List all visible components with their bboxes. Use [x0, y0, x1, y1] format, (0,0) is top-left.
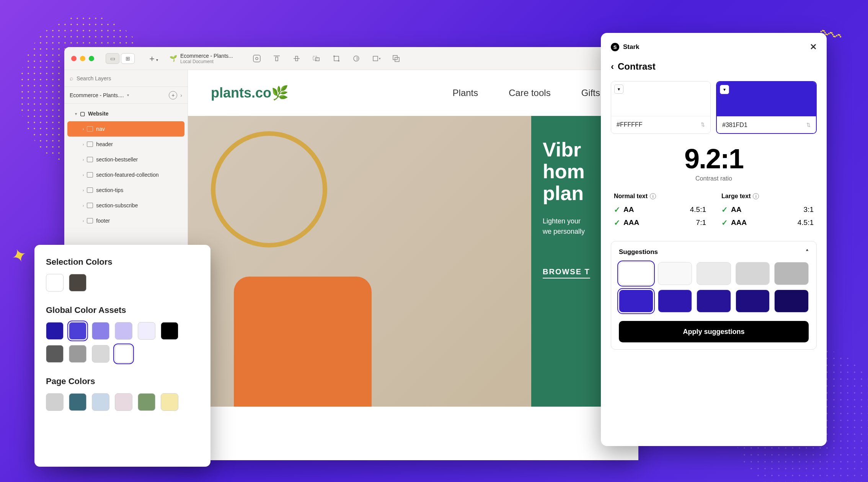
- view-mode-canvas[interactable]: ▭: [106, 53, 119, 64]
- resize-tool-icon[interactable]: ▾: [372, 54, 381, 63]
- color-swatch[interactable]: [46, 393, 64, 411]
- chevron-up-icon[interactable]: ˄: [806, 249, 809, 256]
- align-middle-icon[interactable]: [292, 54, 301, 63]
- foreground-hex: #FFFFFF: [617, 121, 643, 128]
- shape-tool-icon[interactable]: [252, 54, 261, 63]
- color-swatch[interactable]: [115, 322, 132, 340]
- align-top-icon[interactable]: [272, 54, 281, 63]
- stark-plugin-panel: S Stark ✕ ‹ Contrast ▾ #FFFFFF⇅ ▾ #381FD…: [601, 33, 827, 446]
- maximize-window-button[interactable]: [89, 56, 94, 61]
- apply-suggestions-button[interactable]: Apply suggestions: [619, 321, 809, 342]
- close-panel-button[interactable]: ✕: [810, 42, 817, 52]
- color-swatch[interactable]: [92, 393, 109, 411]
- contrast-ratio-value: 9.2:1: [611, 143, 817, 174]
- suggestion-swatch[interactable]: [774, 262, 809, 285]
- stepper-icon[interactable]: ⇅: [806, 122, 811, 128]
- layer-section-bestseller[interactable]: ›section-bestseller: [64, 152, 188, 167]
- suggestion-swatch[interactable]: [658, 290, 692, 313]
- layer-website[interactable]: ▾▢Website: [64, 106, 188, 121]
- transform-icon[interactable]: [332, 54, 341, 63]
- plant-emoji-icon: 🌱: [170, 55, 177, 62]
- design-canvas[interactable]: plants.co🌿 Plants Care tools Gifts Vibr …: [188, 70, 638, 460]
- normal-text-label: Normal text: [614, 193, 648, 200]
- hero-preview: Vibr hom plan Lighten your we personally…: [188, 116, 638, 407]
- color-swatch[interactable]: [115, 345, 132, 363]
- color-swatch[interactable]: [69, 274, 86, 291]
- layer-nav[interactable]: ›nav: [67, 121, 184, 137]
- suggestion-swatch[interactable]: [736, 262, 770, 285]
- color-swatch[interactable]: [92, 322, 109, 340]
- layer-footer[interactable]: ›footer: [64, 213, 188, 228]
- group-icon[interactable]: [312, 54, 321, 63]
- suggestion-swatch[interactable]: [774, 290, 809, 313]
- layer-section-tips[interactable]: ›section-tips: [64, 182, 188, 198]
- svg-rect-8: [334, 56, 339, 61]
- chevron-down-icon[interactable]: ▾: [720, 85, 729, 94]
- background-hex: #381FD1: [722, 122, 747, 129]
- check-icon: ✓: [721, 218, 728, 227]
- site-nav-preview: plants.co🌿 Plants Care tools Gifts: [188, 70, 638, 116]
- info-icon[interactable]: i: [650, 193, 656, 199]
- minimize-window-button[interactable]: [80, 56, 85, 61]
- selection-colors-title: Selection Colors: [46, 257, 199, 267]
- folder-icon: [87, 157, 93, 162]
- color-swatch[interactable]: [161, 322, 178, 340]
- folder-icon: [87, 187, 93, 193]
- suggestion-swatch[interactable]: [697, 262, 731, 285]
- suggestion-swatch[interactable]: [619, 290, 653, 313]
- color-swatch[interactable]: [46, 274, 64, 291]
- foreground-color-card[interactable]: ▾ #FFFFFF⇅: [611, 81, 711, 134]
- document-subtitle: Local Document: [180, 59, 233, 64]
- suggestion-swatch[interactable]: [619, 262, 653, 285]
- color-swatch[interactable]: [69, 393, 86, 411]
- mask-icon[interactable]: [352, 54, 361, 63]
- suggestion-swatch[interactable]: [697, 290, 731, 313]
- color-swatch[interactable]: [92, 345, 109, 363]
- close-window-button[interactable]: [71, 56, 77, 61]
- background-color-card[interactable]: ▾ #381FD1⇅: [716, 81, 817, 134]
- info-icon[interactable]: i: [753, 193, 759, 199]
- folder-icon: [87, 126, 93, 132]
- insert-button[interactable]: ＋▾: [148, 53, 158, 64]
- document-name: Ecommerce - Plants...: [180, 53, 233, 59]
- colors-inspector-panel: Selection Colors Global Color Assets Pag…: [34, 245, 210, 467]
- layer-header[interactable]: ›header: [64, 137, 188, 152]
- chevron-right-icon: ›: [180, 92, 182, 98]
- artboard-icon: ▢: [80, 111, 85, 117]
- color-swatch[interactable]: [115, 393, 132, 411]
- stepper-icon[interactable]: ⇅: [701, 122, 705, 127]
- stark-brand: Stark: [623, 43, 640, 51]
- suggestion-swatch[interactable]: [658, 262, 692, 285]
- svg-rect-3: [276, 57, 278, 61]
- color-swatch[interactable]: [138, 393, 155, 411]
- svg-rect-6: [313, 56, 317, 60]
- contrast-ratio-label: Contrast ratio: [611, 175, 817, 182]
- search-layers-input[interactable]: [77, 75, 182, 81]
- color-swatch[interactable]: [69, 322, 86, 340]
- boolean-icon[interactable]: [392, 54, 401, 63]
- check-icon: ✓: [614, 218, 620, 227]
- layer-section-featured[interactable]: ›section-featured-collection: [64, 167, 188, 182]
- view-mode-components[interactable]: ⊞: [121, 53, 135, 64]
- check-icon: ✓: [721, 205, 728, 214]
- chevron-down-icon[interactable]: ▾: [614, 85, 623, 94]
- hero-image: [188, 116, 531, 407]
- color-swatch[interactable]: [161, 393, 178, 411]
- back-to-main-button[interactable]: ‹ Contrast: [611, 61, 817, 72]
- svg-rect-7: [315, 58, 319, 61]
- nav-link-plants: Plants: [453, 88, 478, 98]
- add-page-button[interactable]: +: [169, 91, 177, 99]
- svg-rect-12: [373, 56, 378, 61]
- window-controls: [71, 56, 94, 61]
- color-swatch[interactable]: [69, 345, 86, 363]
- layer-section-subscribe[interactable]: ›section-subscribe: [64, 198, 188, 213]
- suggestion-swatch[interactable]: [736, 290, 770, 313]
- color-swatch[interactable]: [138, 322, 155, 340]
- suggestions-label: Suggestions: [619, 248, 658, 256]
- decorative-scribble: ✦: [8, 243, 30, 268]
- nav-link-gifts: Gifts: [581, 88, 600, 98]
- check-icon: ✓: [614, 205, 620, 214]
- page-selector[interactable]: Ecommerce - Plants.... ▾ + ›: [64, 87, 188, 104]
- color-swatch[interactable]: [46, 322, 64, 340]
- color-swatch[interactable]: [46, 345, 64, 363]
